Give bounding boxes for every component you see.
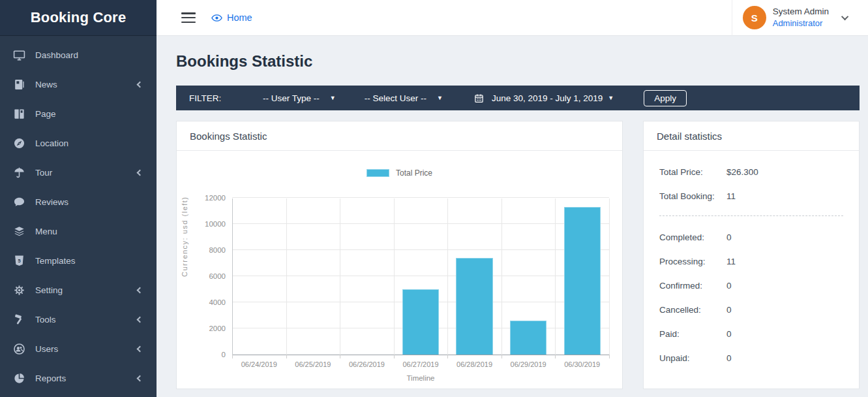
svg-text:5: 5 (18, 258, 20, 264)
sidebar-item-news[interactable]: News (0, 70, 157, 99)
sidebar-item-dashboard[interactable]: Dashboard (0, 40, 157, 70)
stat-value: 0 (726, 329, 732, 339)
sidebar-item-menu[interactable]: Menu (0, 217, 157, 246)
sidebar-item-page[interactable]: Page (0, 99, 157, 129)
stat-row: Cancelled:0 (659, 305, 843, 315)
sidebar-item-label: Tour (35, 168, 52, 178)
stat-label: Cancelled: (659, 305, 726, 315)
compass-icon (13, 137, 25, 150)
select-user-dropdown[interactable]: -- Select User -- ▼ (365, 93, 443, 103)
stat-value: 11 (726, 191, 736, 201)
brand-logo: Booking Core (0, 0, 157, 36)
gridline-horizontal (232, 276, 609, 276)
page-icon (13, 108, 25, 120)
sidebar-item-label: News (35, 80, 57, 89)
y-axis-tick: 10000 (205, 220, 226, 228)
user-name: System Admin (773, 6, 829, 18)
gridline-horizontal (232, 223, 609, 224)
x-axis-label: Timeline (232, 374, 609, 382)
users-icon (13, 343, 25, 355)
umbrella-icon (13, 167, 25, 179)
page-title: Bookings Statistic (176, 52, 868, 71)
stat-row: Unpaid:0 (659, 353, 843, 363)
caret-down-icon: ▼ (437, 95, 443, 101)
sidebar-item-templates[interactable]: 5Templates (0, 246, 157, 276)
main-content: Bookings Statistic FILTER: -- User Type … (157, 36, 868, 397)
stat-label: Processing: (659, 257, 726, 266)
sidebar-item-setting[interactable]: Setting (0, 276, 157, 305)
bar-06/30/2019 (564, 207, 601, 355)
y-axis-tick: 12000 (205, 194, 226, 202)
x-axis-tickmark (501, 355, 502, 358)
date-range-picker[interactable]: June 30, 2019 - July 1, 2019 ▼ (474, 93, 614, 103)
x-axis-tickmark (394, 355, 395, 358)
avatar: S (743, 6, 766, 29)
stat-label: Completed: (659, 232, 726, 242)
x-axis-tick: 06/27/2019 (402, 360, 438, 368)
gridline-vertical (340, 198, 340, 355)
apply-button[interactable]: Apply (644, 90, 687, 106)
stat-row: Processing:11 (659, 257, 843, 266)
y-axis-label: Currency: usd (left) (181, 196, 188, 277)
layers-icon (13, 225, 25, 238)
stat-row: Total Booking:11 (659, 191, 843, 201)
stat-label: Confirmed: (659, 281, 726, 291)
gridline-horizontal (232, 197, 609, 198)
sidebar-item-users[interactable]: Users (0, 334, 157, 364)
sidebar-item-tools[interactable]: Tools (0, 305, 157, 334)
calendar-icon (474, 93, 484, 103)
stat-label: Unpaid: (659, 353, 726, 363)
date-range-value: June 30, 2019 - July 1, 2019 (492, 93, 603, 103)
stat-row: Confirmed:0 (659, 281, 843, 291)
y-axis-tick: 6000 (209, 272, 226, 280)
chevron-left-icon (137, 346, 143, 353)
sidebar-nav: DashboardNewsPageLocationTourReviewsMenu… (0, 36, 157, 393)
news-icon (13, 78, 25, 91)
stat-row: Completed:0 (659, 232, 843, 242)
y-axis-tick: 8000 (209, 246, 226, 254)
hammer-icon (13, 313, 25, 326)
caret-down-icon: ▼ (608, 95, 614, 101)
bar-06/29/2019 (510, 321, 546, 355)
stat-row: Paid:0 (659, 329, 843, 339)
sidebar-item-tour[interactable]: Tour (0, 158, 157, 187)
user-role-link[interactable]: Administrator (773, 18, 829, 29)
stat-value: 0 (726, 305, 732, 315)
select-user-dropdown-value: -- Select User -- (365, 93, 427, 103)
gridline-vertical (609, 198, 610, 355)
chevron-left-icon (137, 375, 143, 382)
sidebar-item-label: Reports (35, 373, 66, 383)
chevron-left-icon (137, 170, 143, 176)
y-axis-tick: 4000 (209, 298, 226, 306)
sidebar-item-label: Templates (35, 256, 76, 266)
detail-card-title: Detail statistics (644, 121, 859, 151)
stat-label: Total Booking: (659, 191, 726, 201)
sidebar-item-location[interactable]: Location (0, 129, 157, 158)
home-label: Home (227, 12, 252, 23)
gridline-vertical (232, 198, 233, 355)
sidebar-item-reports[interactable]: Reports (0, 364, 157, 393)
x-axis-tickmark (340, 355, 340, 358)
stat-value: 0 (726, 281, 732, 291)
summary-stats: Total Price:$26.300Total Booking:11 (659, 167, 843, 201)
sidebar-item-label: Users (35, 344, 58, 354)
hamburger-menu-icon[interactable] (181, 12, 196, 23)
eye-icon (211, 14, 222, 22)
bookings-chart[interactable]: Total Price Currency: usd (left) 0200040… (177, 151, 622, 389)
stat-label: Total Price: (659, 167, 726, 177)
x-axis-tickmark (232, 355, 233, 358)
pie-chart-icon (13, 372, 25, 385)
bar-06/28/2019 (456, 258, 492, 355)
sidebar-item-reviews[interactable]: Reviews (0, 187, 157, 217)
x-axis-tickmark (286, 355, 287, 358)
chart-legend: Total Price (177, 151, 622, 178)
gridline-vertical (394, 198, 395, 355)
chart-card-title: Bookings Statistic (177, 121, 622, 151)
user-menu[interactable]: S System Admin Administrator (732, 0, 868, 36)
stat-value: 0 (726, 232, 732, 242)
home-link[interactable]: Home (211, 12, 252, 23)
chevron-down-icon (841, 13, 848, 20)
user-type-dropdown[interactable]: -- User Type -- ▼ (263, 93, 336, 103)
gridline-vertical (555, 198, 556, 355)
x-axis-tick: 06/25/2019 (295, 360, 331, 368)
